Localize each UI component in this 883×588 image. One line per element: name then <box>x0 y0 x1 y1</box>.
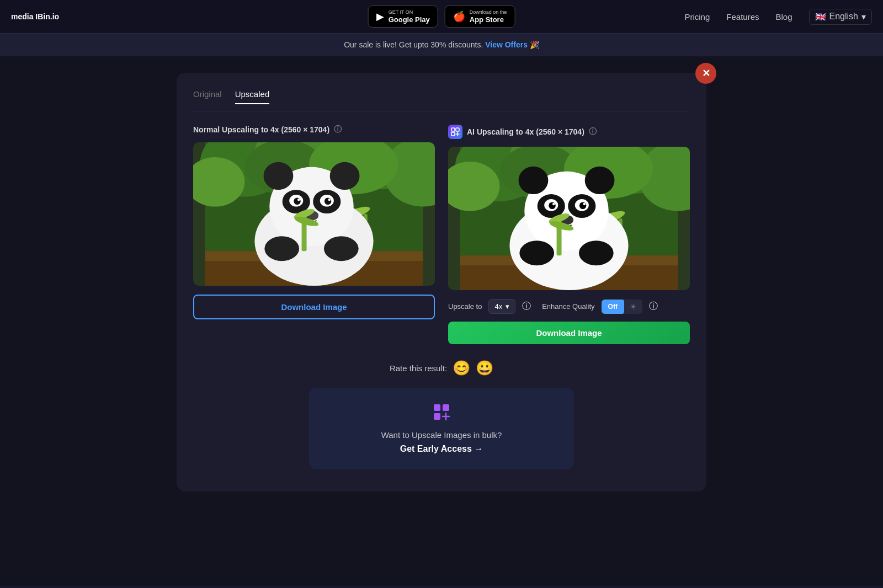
svg-point-62 <box>585 167 615 194</box>
sale-banner: Our sale is live! Get upto 30% discounts… <box>0 34 883 56</box>
language-label: English <box>829 12 858 22</box>
google-play-main-text: Google Play <box>389 15 430 24</box>
normal-upscaling-panel: Normal Upscaling to 4x (2560 × 1704) ⓘ <box>193 125 435 344</box>
svg-point-22 <box>330 162 360 190</box>
bulk-icon <box>322 403 561 425</box>
svg-point-68 <box>579 202 587 209</box>
toggle-on-btn[interactable]: ☀ <box>624 300 642 314</box>
download-ai-button[interactable]: Download Image <box>448 322 690 344</box>
svg-point-70 <box>583 203 586 205</box>
google-play-top-text: GET IT ON <box>389 9 430 15</box>
rating-section: Rate this result: 😊 😀 <box>193 360 690 377</box>
svg-point-29 <box>297 199 300 201</box>
modal-container: ✕ Original Upscaled Normal Upscaling to … <box>177 73 706 491</box>
google-play-icon: ▶ <box>376 10 384 23</box>
view-offers-link[interactable]: View Offers <box>485 40 528 49</box>
flag-icon: 🇬🇧 <box>815 12 826 22</box>
download-normal-button[interactable]: Download Image <box>193 295 435 319</box>
toggle-on-icon: ☀ <box>630 302 637 311</box>
rating-label: Rate this result: <box>390 364 447 373</box>
svg-rect-37 <box>451 128 455 131</box>
ai-title: AI Upscaling to 4x (2560 × 1704) ⓘ <box>448 125 690 139</box>
svg-rect-79 <box>434 413 440 420</box>
tabs-bar: Original Upscaled <box>193 89 690 111</box>
header-center: ▶ GET IT ON Google Play 🍎 Download on th… <box>368 6 515 28</box>
apple-icon: 🍎 <box>453 10 465 23</box>
app-store-top-text: Download on the <box>470 9 507 15</box>
svg-rect-38 <box>456 128 459 131</box>
ai-upscaling-panel: AI Upscaling to 4x (2560 × 1704) ⓘ <box>448 125 690 344</box>
rating-emoji-happy[interactable]: 😀 <box>476 360 493 377</box>
svg-point-61 <box>519 167 549 194</box>
svg-point-28 <box>325 197 332 205</box>
main-content: ✕ Original Upscaled Normal Upscaling to … <box>0 56 883 586</box>
svg-point-67 <box>549 202 556 209</box>
info-icon-normal[interactable]: ⓘ <box>334 125 342 135</box>
svg-rect-78 <box>443 404 449 411</box>
svg-point-21 <box>264 162 294 190</box>
info-icon-upscale[interactable]: ⓘ <box>522 301 531 312</box>
svg-point-73 <box>579 240 614 265</box>
svg-point-27 <box>294 197 301 205</box>
app-store-button[interactable]: 🍎 Download on the App Store <box>445 6 515 28</box>
normal-title: Normal Upscaling to 4x (2560 × 1704) ⓘ <box>193 125 435 135</box>
ai-image-frame <box>448 147 690 290</box>
svg-point-69 <box>552 203 555 205</box>
svg-point-33 <box>324 236 359 261</box>
logo: media IBin.io <box>11 12 59 21</box>
pricing-link[interactable]: Pricing <box>684 12 710 22</box>
svg-point-72 <box>519 240 554 265</box>
ai-controls: Upscale to 4x ▾ ⓘ Enhance Quality Off ☀ … <box>448 299 690 314</box>
enhance-toggle: Off ☀ <box>602 300 642 314</box>
svg-rect-77 <box>434 404 440 411</box>
get-early-access-button[interactable]: Get Early Access → <box>322 444 561 454</box>
google-play-button[interactable]: ▶ GET IT ON Google Play <box>368 6 438 28</box>
sale-text: Our sale is live! Get upto 30% discounts… <box>344 40 483 49</box>
normal-panda-image <box>193 142 435 286</box>
bulk-upscale-card: Want to Upscale Images in bulk? Get Earl… <box>309 388 574 469</box>
features-link[interactable]: Features <box>726 12 759 22</box>
tab-upscaled[interactable]: Upscaled <box>235 89 270 104</box>
normal-image-frame <box>193 142 435 286</box>
svg-point-30 <box>328 199 331 201</box>
main-header: media IBin.io ▶ GET IT ON Google Play 🍎 … <box>0 0 883 34</box>
toggle-off-btn[interactable]: Off <box>602 300 624 314</box>
header-nav: Pricing Features Blog 🇬🇧 English ▾ <box>684 9 872 25</box>
comparison-columns: Normal Upscaling to 4x (2560 × 1704) ⓘ <box>193 125 690 344</box>
bulk-title: Want to Upscale Images in bulk? <box>322 430 561 440</box>
upscale-value: 4x <box>494 302 502 311</box>
upscale-to-label: Upscale to <box>448 302 482 311</box>
rating-emoji-satisfied[interactable]: 😊 <box>453 360 470 377</box>
blog-link[interactable]: Blog <box>775 12 792 22</box>
sale-emoji: 🎉 <box>530 40 539 49</box>
chevron-down-icon: ▾ <box>861 12 866 22</box>
app-store-main-text: App Store <box>470 15 507 24</box>
language-selector[interactable]: 🇬🇧 English ▾ <box>809 9 872 25</box>
info-icon-ai[interactable]: ⓘ <box>589 127 597 137</box>
svg-rect-39 <box>451 132 455 136</box>
close-button[interactable]: ✕ <box>695 63 716 84</box>
ai-upscale-icon <box>448 125 462 139</box>
dropdown-icon: ▾ <box>506 302 509 311</box>
enhance-quality-label: Enhance Quality <box>542 302 594 311</box>
svg-point-32 <box>264 236 299 261</box>
upscale-select[interactable]: 4x ▾ <box>488 299 515 314</box>
tab-original[interactable]: Original <box>193 89 222 104</box>
ai-panda-image <box>448 147 690 290</box>
info-icon-enhance[interactable]: ⓘ <box>649 301 658 312</box>
